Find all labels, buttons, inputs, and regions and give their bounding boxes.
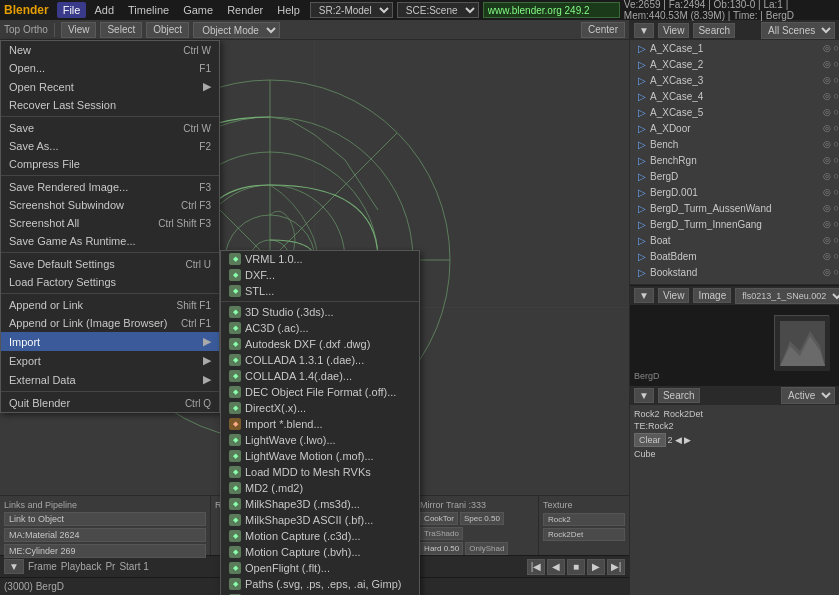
outliner-item-bergd[interactable]: ▷ BergD ◎ ○ — [630, 168, 839, 184]
import-collada14[interactable]: ◆ COLLADA 1.4(.dae)... — [221, 368, 419, 384]
render-image-btn[interactable]: Image — [693, 288, 731, 303]
view-button[interactable]: View — [61, 22, 97, 38]
menu-new[interactable]: New Ctrl W — [1, 41, 219, 59]
hard-btn[interactable]: Hard 0.50 — [420, 542, 463, 555]
menu-export[interactable]: Export ▶ — [1, 351, 219, 370]
active-select[interactable]: Active — [781, 387, 835, 404]
me-btn[interactable]: ME:Cylinder 269 — [4, 544, 206, 558]
fls-select[interactable]: fls0213_1_SNeu.002 — [735, 288, 839, 304]
center-button[interactable]: Center — [581, 22, 625, 38]
trashado-btn[interactable]: TraShado — [420, 527, 463, 540]
import-lwo[interactable]: ◆ LightWave (.lwo)... — [221, 432, 419, 448]
import-ms3d[interactable]: ◆ MilkShape3D (.ms3d)... — [221, 496, 419, 512]
import-bvh[interactable]: ◆ Motion Capture (.bvh)... — [221, 544, 419, 560]
scene-search-btn[interactable]: Search — [658, 388, 700, 403]
scene-view-arrow[interactable]: ▼ — [634, 388, 654, 403]
rock2-btn[interactable]: Rock2 — [543, 513, 625, 526]
import-md2[interactable]: ◆ MD2 (.md2) — [221, 480, 419, 496]
mode-dropdown[interactable]: Object Mode — [193, 22, 280, 38]
outliner-item-bench[interactable]: ▷ Bench ◎ ○ — [630, 136, 839, 152]
outliner-item-benchrgn[interactable]: ▷ BenchRgn ◎ ○ — [630, 152, 839, 168]
scene-dropdown[interactable]: SCE:Scene — [397, 2, 479, 18]
menu-timeline[interactable]: Timeline — [122, 2, 175, 18]
outliner-item-bergd-turm-aussen[interactable]: ▷ BergD_Turm_AussenWand ◎ ○ — [630, 200, 839, 216]
outliner-item-axcase1[interactable]: ▷ A_XCase_1 ◎ ○ — [630, 40, 839, 56]
import-mdd[interactable]: ◆ Load MDD to Mesh RVKs — [221, 464, 419, 480]
import-paths[interactable]: ◆ Paths (.svg, .ps, .eps, .ai, Gimp) — [221, 576, 419, 592]
paths-icon: ◆ — [229, 578, 241, 590]
menu-append-link[interactable]: Append or Link Shift F1 — [1, 296, 219, 314]
menu-save[interactable]: Save Ctrl W — [1, 119, 219, 137]
outliner-item-axcase5[interactable]: ▷ A_XCase_5 ◎ ○ — [630, 104, 839, 120]
outliner-search-btn[interactable]: Search — [693, 23, 735, 38]
import-c3d[interactable]: ◆ Motion Capture (.c3d)... — [221, 528, 419, 544]
timeline-view-btn[interactable]: ▼ — [4, 559, 24, 574]
menu-file[interactable]: File — [57, 2, 87, 18]
lwo-icon: ◆ — [229, 434, 241, 446]
import-3ds[interactable]: ◆ 3D Studio (.3ds)... — [221, 304, 419, 320]
render-view-btn[interactable]: View — [658, 288, 690, 303]
import-stl[interactable]: ◆ STL... — [221, 283, 419, 299]
scene-select[interactable]: All Scenes — [761, 22, 835, 39]
cooktor-btn[interactable]: CookTor — [420, 512, 458, 525]
import-collada131[interactable]: ◆ COLLADA 1.3.1 (.dae)... — [221, 352, 419, 368]
menu-game[interactable]: Game — [177, 2, 219, 18]
import-adxf[interactable]: ◆ Autodesk DXF (.dxf .dwg) — [221, 336, 419, 352]
menu-screenshot-all[interactable]: Screenshot All Ctrl Shift F3 — [1, 214, 219, 232]
outliner-item-axdoor[interactable]: ▷ A_XDoor ◎ ○ — [630, 120, 839, 136]
play-back-btn[interactable]: ◀ — [547, 559, 565, 575]
sr2-model-dropdown[interactable]: SR:2-Model — [310, 2, 393, 18]
onlyshad-btn[interactable]: OnlyShad — [465, 542, 508, 555]
link-obj-btn[interactable]: Link to Object — [4, 512, 206, 526]
menu-compress[interactable]: Compress File — [1, 155, 219, 173]
menu-load-factory[interactable]: Load Factory Settings — [1, 273, 219, 291]
menu-save-render[interactable]: Save Rendered Image... F3 — [1, 178, 219, 196]
url-bar[interactable] — [483, 2, 620, 18]
outliner-item-bergd-turm-innen[interactable]: ▷ BergD_Turm_InnenGang ◎ ○ — [630, 216, 839, 232]
menu-append-link-image[interactable]: Append or Link (Image Browser) Ctrl F1 — [1, 314, 219, 332]
import-blend[interactable]: ◆ Import *.blend... — [221, 416, 419, 432]
menu-open[interactable]: Open... F1 — [1, 59, 219, 77]
menu-recover[interactable]: Recover Last Session — [1, 96, 219, 114]
prev-frame-btn[interactable]: |◀ — [527, 559, 545, 575]
menu-quit[interactable]: Quit Blender Ctrl Q — [1, 394, 219, 412]
menu-save-game[interactable]: Save Game As Runtime... — [1, 232, 219, 250]
pause-btn[interactable]: ■ — [567, 559, 585, 575]
outliner-item-axcase4[interactable]: ▷ A_XCase_4 ◎ ○ — [630, 88, 839, 104]
import-lmot[interactable]: ◆ LightWave Motion (.mof)... — [221, 448, 419, 464]
clear-btn[interactable]: Clear — [634, 433, 666, 447]
object-button[interactable]: Object — [146, 22, 189, 38]
import-flt[interactable]: ◆ OpenFlight (.flt)... — [221, 560, 419, 576]
render-view-arrow[interactable]: ▼ — [634, 288, 654, 303]
menu-render[interactable]: Render — [221, 2, 269, 18]
import-dxf-plain[interactable]: ◆ DXF... — [221, 267, 419, 283]
play-btn[interactable]: ▶ — [587, 559, 605, 575]
viewport-area[interactable]: Top Ortho View Select Object Object Mode… — [0, 20, 629, 595]
menu-external-data[interactable]: External Data ▶ — [1, 370, 219, 389]
menu-import[interactable]: Import ▶ — [1, 332, 219, 351]
outliner-view-btn[interactable]: View — [658, 23, 690, 38]
outliner-item-axcase2[interactable]: ▷ A_XCase_2 ◎ ○ — [630, 56, 839, 72]
menu-save-default[interactable]: Save Default Settings Ctrl U — [1, 255, 219, 273]
import-directx[interactable]: ◆ DirectX(.x)... — [221, 400, 419, 416]
import-ms3d-ascii[interactable]: ◆ MilkShape3D ASCII (.bf)... — [221, 512, 419, 528]
import-ac3d[interactable]: ◆ AC3D (.ac)... — [221, 320, 419, 336]
import-vrml[interactable]: ◆ VRML 1.0... — [221, 251, 419, 267]
rock2det-btn[interactable]: Rock2Det — [543, 528, 625, 541]
menu-open-recent[interactable]: Open Recent ▶ — [1, 77, 219, 96]
menu-save-as[interactable]: Save As... F2 — [1, 137, 219, 155]
menu-add[interactable]: Add — [88, 2, 120, 18]
outliner-item-boat[interactable]: ▷ Boat ◎ ○ — [630, 232, 839, 248]
outliner-item-boatbdem[interactable]: ▷ BoatBdem ◎ ○ — [630, 248, 839, 264]
menu-screenshot-sub[interactable]: Screenshot Subwindow Ctrl F3 — [1, 196, 219, 214]
outliner-item-bergd001[interactable]: ▷ BergD.001 ◎ ○ — [630, 184, 839, 200]
import-dec[interactable]: ◆ DEC Object File Format (.off)... — [221, 384, 419, 400]
select-button[interactable]: Select — [100, 22, 142, 38]
outliner-item-bookstand[interactable]: ▷ Bookstand ◎ ○ — [630, 264, 839, 280]
next-frame-btn[interactable]: ▶| — [607, 559, 625, 575]
ma-btn[interactable]: MA:Material 2624 — [4, 528, 206, 542]
outliner-view-arrow[interactable]: ▼ — [634, 23, 654, 38]
menu-help[interactable]: Help — [271, 2, 306, 18]
spec-btn[interactable]: Spec 0.50 — [460, 512, 504, 525]
outliner-item-axcase3[interactable]: ▷ A_XCase_3 ◎ ○ — [630, 72, 839, 88]
